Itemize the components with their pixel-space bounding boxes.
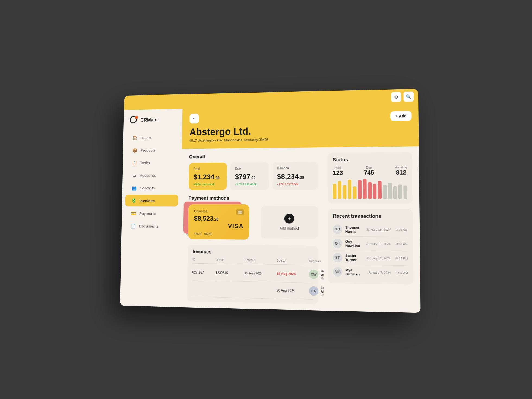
sidebar-item-label: Invoices	[139, 198, 155, 203]
sidebar-item-products[interactable]: 📦 Products	[126, 144, 179, 156]
row1-id: 623-257	[192, 271, 213, 275]
avatar: LA	[309, 286, 318, 296]
transaction-date: January 17, 2024	[366, 242, 391, 245]
row2-due: 20 Aug 2024	[276, 288, 307, 293]
transaction-name: Mya Guzman	[345, 268, 365, 276]
home-icon: 🏠	[132, 135, 138, 140]
transactions-list: TH Thomas Harris January 18, 2024 1:25 A…	[333, 222, 408, 280]
transaction-item[interactable]: GH Guy Hawkins January 17, 2024 3:17 AM	[333, 236, 408, 251]
paid-label: Paid	[194, 167, 222, 170]
transactions-title: Recent transactions	[333, 213, 407, 219]
sidebar-item-label: Products	[140, 148, 156, 153]
transaction-item[interactable]: ST Sasha Turner January 12, 2024 9:15 PM	[333, 251, 408, 266]
back-button[interactable]: ←	[189, 114, 199, 123]
row1-created: 12 Aug 2024	[245, 271, 274, 276]
chart-bar	[398, 184, 402, 199]
transaction-time: 1:25 AM	[393, 228, 408, 232]
chart-bar	[368, 182, 372, 199]
balance-label: Balance	[277, 166, 313, 170]
row2-created	[244, 290, 274, 290]
balance-trend: -35% Last week	[277, 182, 313, 185]
sidebar-item-documents[interactable]: 📄 Documents	[125, 220, 178, 232]
chart-bar	[388, 183, 392, 199]
add-method-button[interactable]: + Add method	[261, 206, 318, 239]
chip-icon	[236, 209, 244, 215]
paid-amount: $1,234.00	[194, 173, 222, 181]
transaction-name: Sasha Turner	[345, 254, 364, 262]
col-created: Created	[245, 258, 274, 262]
right-panel: Status Paid 123 Due 745 Awaiting	[323, 146, 420, 313]
overall-title: Overall	[189, 153, 318, 160]
status-due: Due 745	[364, 166, 374, 176]
chart-bar	[378, 181, 382, 199]
contacts-icon: 👥	[131, 185, 137, 191]
avatar: TH	[333, 224, 342, 234]
invoices-icon: 💲	[131, 198, 136, 203]
table-header: ID Order Created Due to Receiver Amount …	[192, 258, 313, 265]
gear-icon[interactable]: ⚙	[391, 92, 401, 102]
chart-bar	[333, 184, 336, 199]
transaction-time: 3:17 AM	[393, 242, 408, 246]
row1-due: 18 Aug 2024	[277, 272, 307, 276]
receiver-info: Leslie Alexander Designer	[321, 286, 323, 297]
table-row[interactable]: 623-257 1232545 12 Aug 2024 18 Aug 2024 …	[192, 264, 313, 283]
visa-brand: VISA	[228, 223, 244, 230]
transaction-date: January 12, 2024	[366, 256, 391, 260]
content-area: Overall Paid $1,234.00 +35% Last week Du…	[180, 146, 421, 313]
documents-icon: 📄	[131, 223, 136, 229]
chart-bar	[404, 185, 407, 199]
chart-bar	[338, 181, 341, 199]
chart-bar	[348, 180, 352, 199]
overall-section: Overall Paid $1,234.00 +35% Last week Du…	[189, 153, 318, 190]
due-trend: +17% Last week	[235, 182, 264, 186]
visa-card: Universal $8,523.20 VISA *9423 06/28	[188, 204, 249, 239]
due-label: Due	[235, 166, 264, 170]
sidebar-item-contacts[interactable]: 👥 Contacts	[125, 182, 178, 194]
sidebar-item-label: Home	[141, 135, 151, 140]
sidebar-item-tasks[interactable]: 📋 Tasks	[126, 157, 179, 169]
chart-bar	[343, 185, 346, 199]
invoices-table-section: Invoices ID Order Created Due to Receive…	[187, 244, 318, 304]
row2-receiver: LA Leslie Alexander Designer	[309, 286, 323, 297]
invoices-title: Invoices	[192, 249, 313, 256]
left-panel: Overall Paid $1,234.00 +35% Last week Du…	[180, 147, 324, 311]
due-card: Due $797.00 +17% Last week	[230, 162, 269, 190]
chart-bar	[353, 186, 357, 199]
avatar: ST	[333, 253, 342, 262]
transactions-box: Recent transactions TH Thomas Harris Jan…	[328, 209, 413, 284]
due-amount: $797.00	[235, 172, 264, 181]
sidebar-item-label: Contacts	[140, 186, 155, 190]
transaction-time: 6:47 AM	[394, 271, 408, 274]
sidebar-item-label: Tasks	[140, 160, 150, 165]
app-wrapper: ⚙ 🔍 CRMate 🏠 Home 📦 Products 📋	[120, 89, 421, 313]
sidebar-item-invoices[interactable]: 💲 Invoices	[125, 195, 178, 206]
transaction-item[interactable]: MG Mya Guzman January 7, 2024 6:47 AM	[333, 265, 408, 280]
sidebar-item-label: Payments	[139, 211, 156, 216]
tasks-icon: 📋	[132, 160, 137, 165]
table-row[interactable]: 20 Aug 2024 LA Leslie Alexander Designer…	[192, 281, 313, 300]
sidebar-item-payments[interactable]: 💳 Payments	[125, 207, 178, 219]
col-order: Order	[216, 258, 243, 261]
search-icon[interactable]: 🔍	[403, 92, 414, 102]
payments-icon: 💳	[131, 211, 136, 216]
status-title: Status	[333, 156, 407, 163]
transaction-item[interactable]: TH Thomas Harris January 18, 2024 1:25 A…	[333, 222, 408, 237]
row1-receiver: CW Cameron Williamson Manager	[309, 269, 323, 280]
sidebar-item-home[interactable]: 🏠 Home	[126, 131, 179, 144]
sidebar: CRMate 🏠 Home 📦 Products 📋 Tasks 🗂 Accou…	[120, 109, 183, 307]
avatar: GH	[333, 239, 342, 248]
balance-card: Balance $8,234.00 -35% Last week	[272, 162, 318, 190]
sidebar-item-accounts[interactable]: 🗂 Accounts	[126, 169, 179, 181]
add-button[interactable]: + Add	[390, 111, 411, 121]
company-name: Abstergo Ltd.	[189, 123, 411, 137]
sidebar-item-label: Accounts	[140, 173, 156, 178]
row2-id	[192, 289, 213, 289]
card-type: Universal	[194, 209, 243, 213]
chart-bar	[383, 185, 387, 199]
col-receiver: Receiver	[309, 259, 321, 263]
status-box: Status Paid 123 Due 745 Awaiting	[328, 152, 413, 203]
app-layout: CRMate 🏠 Home 📦 Products 📋 Tasks 🗂 Accou…	[120, 89, 421, 313]
payment-methods-section: Payment methods	[188, 195, 318, 240]
card-stack-container: Universal $8,523.20 VISA *9423 06/28	[188, 204, 257, 239]
avatar: CW	[309, 270, 318, 279]
